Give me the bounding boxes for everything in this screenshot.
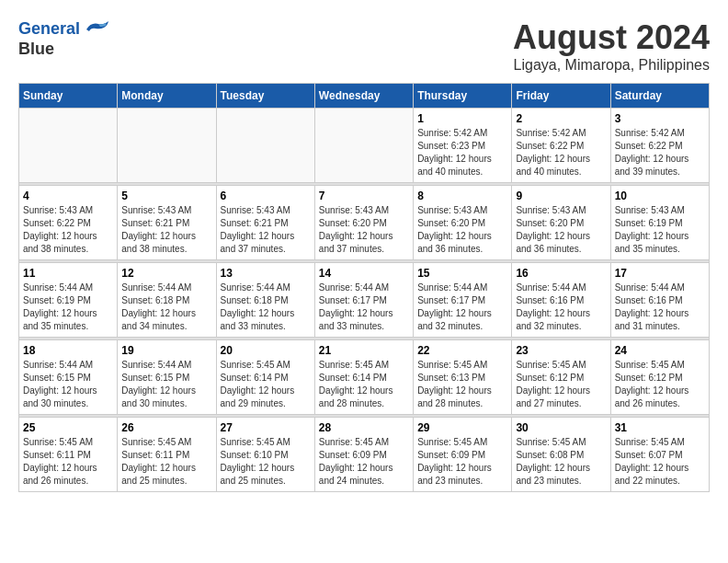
calendar-week-1: 1Sunrise: 5:42 AMSunset: 6:23 PMDaylight…	[19, 109, 710, 183]
day-number: 12	[121, 267, 211, 280]
day-info: Sunrise: 5:45 AMSunset: 6:11 PMDaylight:…	[121, 436, 211, 488]
calendar-week-4: 18Sunrise: 5:44 AMSunset: 6:15 PMDayligh…	[19, 340, 710, 415]
header-wednesday: Wednesday	[314, 84, 413, 109]
calendar-cell: 29Sunrise: 5:45 AMSunset: 6:09 PMDayligh…	[414, 418, 512, 492]
day-info: Sunrise: 5:42 AMSunset: 6:22 PMDaylight:…	[516, 127, 606, 178]
day-number: 30	[516, 421, 606, 434]
day-info: Sunrise: 5:42 AMSunset: 6:23 PMDaylight:…	[417, 127, 507, 178]
day-info: Sunrise: 5:45 AMSunset: 6:14 PMDaylight:…	[319, 359, 409, 410]
day-info: Sunrise: 5:45 AMSunset: 6:10 PMDaylight:…	[221, 436, 311, 488]
day-info: Sunrise: 5:45 AMSunset: 6:07 PMDaylight:…	[615, 436, 705, 488]
calendar-cell: 26Sunrise: 5:45 AMSunset: 6:11 PMDayligh…	[118, 418, 216, 492]
calendar-cell: 8Sunrise: 5:43 AMSunset: 6:20 PMDaylight…	[414, 186, 512, 260]
logo: General Blue	[18, 18, 109, 59]
day-number: 18	[23, 344, 113, 357]
day-number: 16	[516, 267, 606, 280]
day-info: Sunrise: 5:44 AMSunset: 6:18 PMDaylight:…	[121, 282, 211, 333]
day-number: 10	[615, 190, 705, 202]
day-info: Sunrise: 5:42 AMSunset: 6:22 PMDaylight:…	[615, 127, 705, 178]
calendar-cell: 23Sunrise: 5:45 AMSunset: 6:12 PMDayligh…	[512, 340, 610, 415]
day-info: Sunrise: 5:45 AMSunset: 6:14 PMDaylight:…	[221, 359, 311, 410]
day-number: 26	[121, 421, 211, 434]
day-info: Sunrise: 5:45 AMSunset: 6:13 PMDaylight:…	[417, 359, 507, 410]
calendar-cell: 14Sunrise: 5:44 AMSunset: 6:17 PMDayligh…	[314, 263, 413, 338]
day-number: 9	[516, 190, 606, 202]
calendar-cell: 17Sunrise: 5:44 AMSunset: 6:16 PMDayligh…	[610, 263, 709, 338]
day-info: Sunrise: 5:43 AMSunset: 6:21 PMDaylight:…	[121, 204, 211, 256]
calendar-cell: 13Sunrise: 5:44 AMSunset: 6:18 PMDayligh…	[216, 263, 314, 338]
calendar-cell: 6Sunrise: 5:43 AMSunset: 6:21 PMDaylight…	[216, 186, 314, 260]
calendar-cell: 9Sunrise: 5:43 AMSunset: 6:20 PMDaylight…	[512, 186, 610, 260]
day-number: 1	[417, 112, 507, 125]
calendar-cell: 30Sunrise: 5:45 AMSunset: 6:08 PMDayligh…	[512, 418, 610, 492]
day-info: Sunrise: 5:43 AMSunset: 6:19 PMDaylight:…	[615, 204, 705, 256]
day-number: 7	[319, 190, 409, 202]
calendar-cell: 4Sunrise: 5:43 AMSunset: 6:22 PMDaylight…	[19, 186, 118, 260]
day-number: 21	[319, 344, 409, 357]
calendar-cell: 11Sunrise: 5:44 AMSunset: 6:19 PMDayligh…	[19, 263, 118, 338]
calendar-cell: 10Sunrise: 5:43 AMSunset: 6:19 PMDayligh…	[610, 186, 709, 260]
calendar-cell	[216, 109, 314, 183]
calendar-cell: 1Sunrise: 5:42 AMSunset: 6:23 PMDaylight…	[414, 109, 512, 183]
day-number: 2	[516, 112, 606, 125]
calendar-cell: 25Sunrise: 5:45 AMSunset: 6:11 PMDayligh…	[19, 418, 118, 492]
day-info: Sunrise: 5:45 AMSunset: 6:09 PMDaylight:…	[319, 436, 409, 488]
calendar-cell: 5Sunrise: 5:43 AMSunset: 6:21 PMDaylight…	[118, 186, 216, 260]
calendar-week-3: 11Sunrise: 5:44 AMSunset: 6:19 PMDayligh…	[19, 263, 710, 338]
day-number: 4	[23, 190, 113, 202]
title-block: August 2024 Ligaya, Mimaropa, Philippine…	[513, 18, 710, 74]
day-number: 15	[417, 267, 507, 280]
day-info: Sunrise: 5:44 AMSunset: 6:15 PMDaylight:…	[121, 359, 211, 410]
calendar-cell: 27Sunrise: 5:45 AMSunset: 6:10 PMDayligh…	[216, 418, 314, 492]
calendar-cell: 31Sunrise: 5:45 AMSunset: 6:07 PMDayligh…	[610, 418, 709, 492]
day-info: Sunrise: 5:44 AMSunset: 6:18 PMDaylight:…	[221, 282, 311, 333]
calendar-cell	[19, 109, 118, 183]
day-info: Sunrise: 5:45 AMSunset: 6:08 PMDaylight:…	[516, 436, 606, 488]
day-number: 29	[417, 421, 507, 434]
calendar-cell: 3Sunrise: 5:42 AMSunset: 6:22 PMDaylight…	[610, 109, 709, 183]
day-info: Sunrise: 5:45 AMSunset: 6:11 PMDaylight:…	[23, 436, 113, 488]
day-number: 20	[221, 344, 311, 357]
calendar-table: SundayMondayTuesdayWednesdayThursdayFrid…	[18, 83, 710, 492]
main-title: August 2024	[513, 18, 710, 57]
calendar-cell: 12Sunrise: 5:44 AMSunset: 6:18 PMDayligh…	[118, 263, 216, 338]
day-info: Sunrise: 5:44 AMSunset: 6:16 PMDaylight:…	[516, 282, 606, 333]
day-info: Sunrise: 5:44 AMSunset: 6:17 PMDaylight:…	[417, 282, 507, 333]
calendar-cell: 15Sunrise: 5:44 AMSunset: 6:17 PMDayligh…	[414, 263, 512, 338]
day-info: Sunrise: 5:43 AMSunset: 6:20 PMDaylight:…	[417, 204, 507, 256]
day-info: Sunrise: 5:43 AMSunset: 6:21 PMDaylight:…	[221, 204, 311, 256]
header-saturday: Saturday	[610, 84, 709, 109]
day-number: 11	[23, 267, 113, 280]
calendar-cell: 18Sunrise: 5:44 AMSunset: 6:15 PMDayligh…	[19, 340, 118, 415]
day-number: 6	[221, 190, 311, 202]
calendar-week-2: 4Sunrise: 5:43 AMSunset: 6:22 PMDaylight…	[19, 186, 710, 260]
day-info: Sunrise: 5:44 AMSunset: 6:19 PMDaylight:…	[23, 282, 113, 333]
day-number: 14	[319, 267, 409, 280]
header-monday: Monday	[118, 84, 216, 109]
day-number: 25	[23, 421, 113, 434]
header-friday: Friday	[512, 84, 610, 109]
day-info: Sunrise: 5:44 AMSunset: 6:15 PMDaylight:…	[23, 359, 113, 410]
day-info: Sunrise: 5:45 AMSunset: 6:09 PMDaylight:…	[417, 436, 507, 488]
day-number: 19	[121, 344, 211, 357]
day-number: 8	[417, 190, 507, 202]
calendar-cell	[118, 109, 216, 183]
day-number: 22	[417, 344, 507, 357]
day-info: Sunrise: 5:44 AMSunset: 6:17 PMDaylight:…	[319, 282, 409, 333]
day-info: Sunrise: 5:43 AMSunset: 6:22 PMDaylight:…	[23, 204, 113, 256]
day-number: 28	[319, 421, 409, 434]
day-info: Sunrise: 5:45 AMSunset: 6:12 PMDaylight:…	[516, 359, 606, 410]
day-number: 13	[221, 267, 311, 280]
calendar-cell: 19Sunrise: 5:44 AMSunset: 6:15 PMDayligh…	[118, 340, 216, 415]
day-info: Sunrise: 5:44 AMSunset: 6:16 PMDaylight:…	[615, 282, 705, 333]
calendar-cell: 24Sunrise: 5:45 AMSunset: 6:12 PMDayligh…	[610, 340, 709, 415]
day-number: 17	[615, 267, 705, 280]
header-sunday: Sunday	[19, 84, 118, 109]
day-info: Sunrise: 5:45 AMSunset: 6:12 PMDaylight:…	[615, 359, 705, 410]
day-info: Sunrise: 5:43 AMSunset: 6:20 PMDaylight:…	[319, 204, 409, 256]
calendar-cell: 7Sunrise: 5:43 AMSunset: 6:20 PMDaylight…	[314, 186, 413, 260]
day-number: 27	[221, 421, 311, 434]
calendar-cell	[314, 109, 413, 183]
header-tuesday: Tuesday	[216, 84, 314, 109]
day-number: 5	[121, 190, 211, 202]
